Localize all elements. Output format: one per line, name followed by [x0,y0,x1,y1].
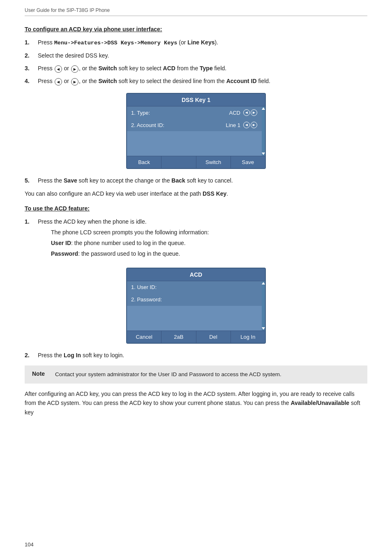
step-4: 4. Press ◄ or ►, or the Switch soft key … [25,77,367,86]
phone-screen-1: DSS Key 1 1. Type: ACD ◄ ► 2. Account ID… [126,93,266,169]
steps-list-3: 1. Press the ACD key when the phone is i… [25,217,367,260]
step-num-3: 3. [25,64,38,73]
softkey-switch-1[interactable]: Switch [196,156,231,168]
step-num-5: 5. [25,176,38,185]
step-3: 3. Press ◄ or ►, or the Switch soft key … [25,64,367,73]
screen1-row-1: 1. Type: ACD ◄ ► [127,106,262,119]
available-unavailable-label: Available/Unavailable [291,400,349,406]
note-text: Contact your system administrator for th… [55,370,281,379]
section2-step-num-1: 1. [25,217,38,226]
dss-key-note: You can also configure an ACD key via we… [25,189,367,198]
step-content-5: Press the Save soft key to accept the ch… [38,176,367,185]
line-keys-label: Line Keys [187,39,214,46]
steps-list-4: 2. Press the Log In soft key to login. [25,351,367,360]
screen1-body: 1. Type: ACD ◄ ► 2. Account ID: Line 1 ◄… [127,106,265,156]
screen1-row2-right-arrow: ► [251,122,257,128]
screen1-row1-arrows: ◄ ► [243,109,258,116]
login-softkey-label: Log In [64,352,81,358]
sub-userid: User ID: the phone number used to log in… [51,238,367,247]
section2-step-content-2: Press the Log In soft key to login. [38,351,367,360]
screen2-empty-space [127,306,262,331]
left-arrow-icon-4: ◄ [55,78,62,86]
step-content-2: Select the desired DSS key. [38,51,367,60]
screen1-row2-arrows: ◄ ► [243,122,258,128]
steps-list-2: 5. Press the Save soft key to accept the… [25,176,367,185]
screen1-rows: 1. Type: ACD ◄ ► 2. Account ID: Line 1 ◄… [127,106,262,156]
step-1: 1. Press Menu->Features->DSS Keys->Memor… [25,38,367,47]
screen2-rows: 1. User ID: 2. Password: [127,281,262,331]
menu-path-1: Menu->Features->DSS Keys->Memory Keys [54,40,178,46]
scrollbar-up-icon [262,107,265,110]
step-content-1: Press Menu->Features->DSS Keys->Memory K… [38,38,367,47]
section2-step-2: 2. Press the Log In soft key to login. [25,351,367,360]
screen2-row2-label: 2. Password: [131,296,258,303]
softkey-empty-1 [161,156,196,168]
step-content-3: Press ◄ or ►, or the Switch soft key to … [38,64,367,73]
header-text: User Guide for the SIP-T38G IP Phone [25,7,110,13]
back-softkey-label: Back [171,177,185,184]
step-num-1: 1. [25,38,38,47]
screen2-scrollbar-down-icon [262,327,265,330]
screen1-empty-space [127,131,262,156]
type-label-3: Type [200,65,213,72]
page-container: User Guide for the SIP-T38G IP Phone To … [0,0,392,555]
acd-label-3: ACD [163,65,175,72]
softkey-del-2[interactable]: Del [196,331,231,343]
screen2-softkeys: Cancel 2aB Del Log In [127,331,265,343]
page-number: 104 [25,541,34,548]
sub-password: Password: the password used to log in th… [51,249,367,258]
scrollbar-down-icon [262,153,265,155]
section2-step-content-1: Press the ACD key when the phone is idle… [38,217,367,260]
screen1-row1-label: 1. Type: [131,110,229,116]
phone-screen-title-1: DSS Key 1 [127,94,265,106]
screen2-scrollbar-up-icon [262,282,265,284]
section2-step-num-2: 2. [25,351,38,360]
step-content-4: Press ◄ or ►, or the Switch soft key to … [38,77,367,86]
page-header: User Guide for the SIP-T38G IP Phone [25,7,367,16]
screen1-right-arrow: ► [251,109,257,116]
step-num-2: 2. [25,51,38,60]
section2-heading: To use the ACD feature: [25,205,367,212]
switch-label-4: Switch [98,78,117,84]
screen1-row1-value: ACD [229,110,240,116]
screen2-body: 1. User ID: 2. Password: [127,281,265,331]
softkey-back-1[interactable]: Back [127,156,161,168]
phone-screen-2: ACD 1. User ID: 2. Password: Cancel [126,268,266,344]
switch-label-3: Switch [98,65,117,72]
screen1-row-2: 2. Account ID: Line 1 ◄ ► [127,119,262,131]
section1-heading: To configure an ACD key via phone user i… [25,26,367,32]
screen1-left-arrow: ◄ [243,109,250,116]
softkey-cancel-2[interactable]: Cancel [127,331,161,343]
account-id-label: Account ID [226,78,257,84]
screen1-scrollbar [262,106,265,156]
softkey-login-2[interactable]: Log In [231,331,265,343]
right-arrow-icon-3: ► [71,65,78,73]
closing-paragraph: After configuring an ACD key, you can pr… [25,389,367,417]
phone-screen-title-2: ACD [127,268,265,281]
screen1-row2-left-arrow: ◄ [243,122,250,128]
step-num-4: 4. [25,77,38,86]
softkey-save-1[interactable]: Save [231,156,265,168]
step-2: 2. Select the desired DSS key. [25,51,367,60]
dss-key-path: DSS Key [203,190,226,197]
screen1-softkeys: Back Switch Save [127,156,265,168]
softkey-2ab-2[interactable]: 2aB [161,331,196,343]
save-softkey-label: Save [64,177,77,184]
note-label: Note [32,370,48,377]
password-bold: Password [51,250,78,257]
screen1-row2-label: 2. Account ID: [131,122,226,128]
screen2-scrollbar [262,281,265,331]
left-arrow-icon-3: ◄ [55,65,62,73]
sub-prompt: The phone LCD screen prompts you the fol… [51,228,367,237]
note-box: Note Contact your system administrator f… [25,365,367,384]
section2-step-1: 1. Press the ACD key when the phone is i… [25,217,367,260]
screen2-row-2: 2. Password: [127,294,262,306]
userid-bold: User ID [51,240,71,246]
screen2-row1-label: 1. User ID: [131,284,258,290]
right-arrow-icon-4: ► [71,78,78,86]
screen1-row2-value: Line 1 [226,122,240,128]
step-5: 5. Press the Save soft key to accept the… [25,176,367,185]
screen2-row-1: 1. User ID: [127,281,262,294]
steps-list-1: 1. Press Menu->Features->DSS Keys->Memor… [25,38,367,86]
